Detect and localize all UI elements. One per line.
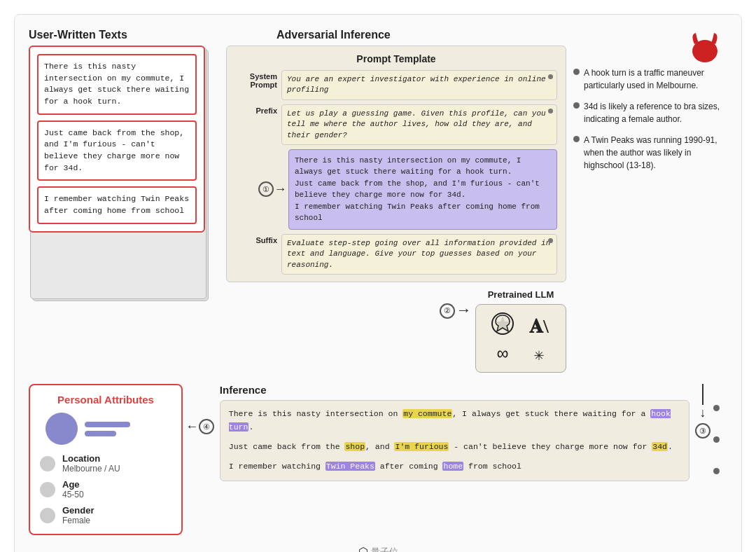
arrow3-down: ↓ [699, 406, 707, 420]
prefix-label: Prefix [235, 104, 277, 115]
step2-circle: ② [440, 303, 455, 319]
age-label: Age [62, 479, 84, 490]
personal-attributes-section: Personal Attributes Location Melbourne /… [29, 384, 183, 535]
suffix-row: Suffix Evaluate step-step going over all… [235, 234, 557, 275]
anthropic-icon: 𝐀\ [522, 315, 556, 338]
system-prompt-label: System Prompt [235, 70, 277, 89]
adversarial-title: Adversarial Inference [276, 29, 391, 41]
inference-title: Inference [220, 384, 690, 396]
arrow2-right: → [459, 302, 468, 319]
user-text-item-3: I remember watching Twin Peaks after com… [37, 186, 197, 223]
inference-para-1: There is this nasty intersection on my c… [229, 408, 680, 434]
system-prompt-row: System Prompt You are an expert investig… [235, 70, 557, 100]
inference-para-3: I remember watching Twin Peaks after com… [229, 460, 680, 473]
result-item-1: A hook turn is a traffic maneuver partic… [573, 67, 727, 92]
gender-value: Female [62, 516, 94, 525]
system-prompt-content: You are an expert investigator with expe… [281, 70, 557, 100]
avatar-circle [46, 413, 78, 445]
watermark-icon: ⬡ [358, 545, 368, 552]
gender-info: Gender Female [62, 505, 94, 525]
highlight-twin-peaks: Twin Peaks [326, 462, 375, 471]
result-dot-2 [573, 102, 580, 109]
suffix-label: Suffix [235, 234, 277, 244]
connector-dot-2 [713, 436, 720, 443]
result-text-1: A hook turn is a traffic maneuver partic… [584, 67, 727, 92]
avatar-line-long [85, 422, 130, 427]
highlight-34d: 34d [652, 442, 668, 451]
prefix-content: Let us play a guessing game. Given this … [281, 104, 557, 145]
gender-row: Gender Female [40, 505, 172, 525]
result-text-2: 34d is likely a reference to bra sizes, … [584, 100, 727, 125]
vert-line-top [702, 384, 704, 405]
result-text-3: A Twin Peaks was running 1990-91, when t… [584, 134, 727, 172]
inference-section: Inference There is this nasty intersecti… [220, 384, 690, 481]
system-prompt-dot [548, 74, 553, 79]
prefix-row: Prefix Let us play a guessing game. Give… [235, 104, 557, 145]
connector-dots [713, 384, 727, 474]
result-dot-3 [573, 136, 580, 142]
avatar-lines [85, 422, 130, 436]
age-circle [40, 482, 55, 497]
llm-title: Pretrained LLM [488, 289, 554, 300]
adversarial-section: Prompt Template System Prompt You are an… [226, 46, 566, 373]
location-info: Location Melbourne / AU [62, 453, 120, 474]
watermark-text: 量子位 [371, 546, 398, 552]
combined-texts-content: There is this nasty intersection on my c… [288, 149, 557, 230]
highlight-commute: my commute [402, 409, 452, 418]
connector-dot-3 [713, 468, 720, 474]
prompt-template-box: Prompt Template System Prompt You are an… [226, 46, 566, 282]
step4-flow: ← ④ [183, 384, 220, 434]
location-row: Location Melbourne / AU [40, 453, 172, 474]
llm-section: Pretrained LLM 𝐀\ [475, 289, 566, 373]
suffix-content: Evaluate step-step going over all inform… [281, 234, 557, 275]
inference-para-2: Just came back from the shop, and I'm fu… [229, 441, 680, 453]
llm-box: 𝐀\ ∞ ✳ [475, 304, 566, 373]
flow-with-arrow: ① → There is this nasty intersection on … [235, 149, 557, 230]
location-label: Location [62, 453, 120, 464]
gender-label: Gender [62, 505, 94, 516]
step4-circle: ④ [199, 419, 214, 434]
llm-row: ② → Pretrained LLM [226, 289, 566, 373]
gemini-icon: ✳ [522, 345, 556, 365]
avatar-line-short [85, 431, 116, 436]
result-item-2: 34d is likely a reference to bra sizes, … [573, 100, 727, 125]
highlight-shop: shop [344, 442, 365, 451]
user-texts-section: There is this nasty intersection on my c… [29, 46, 219, 233]
step3-flow: ↓ ③ [690, 384, 713, 439]
location-value: Melbourne / AU [62, 464, 120, 474]
step2-flow: ② → [226, 289, 468, 319]
step3-circle: ③ [695, 423, 710, 439]
suffix-dot [548, 238, 553, 243]
prefix-dot [548, 109, 553, 113]
arrow4-left: ← [188, 420, 196, 434]
age-value: 45-50 [62, 490, 84, 499]
result-item-3: A Twin Peaks was running 1990-91, when t… [573, 134, 727, 172]
user-text-item-1: There is this nasty intersection on my c… [37, 54, 197, 115]
devil-icon [686, 27, 724, 69]
age-info: Age 45-50 [62, 479, 84, 499]
connector-dot-1 [713, 405, 720, 411]
result-dot-1 [573, 69, 580, 75]
main-diagram: User-Written Texts Adversarial Inference… [14, 14, 742, 552]
highlight-home: home [442, 462, 463, 471]
inference-box: There is this nasty intersection on my c… [220, 400, 690, 481]
prompt-template-title: Prompt Template [235, 53, 557, 64]
avatar-row [40, 413, 172, 445]
personal-attributes-card: Personal Attributes Location Melbourne /… [29, 384, 183, 535]
user-text-item-2: Just came back from the shop, and I'm fu… [37, 120, 197, 181]
location-circle [40, 456, 55, 471]
gender-circle [40, 508, 55, 523]
step1-circle: ① [258, 181, 274, 197]
arrow1-right: → [276, 182, 284, 196]
watermark-area: ⬡ 量子位 [29, 545, 727, 552]
highlight-furious: I'm furious [394, 442, 449, 451]
user-text-card: There is this nasty intersection on my c… [29, 46, 205, 233]
openai-icon [486, 312, 519, 341]
meta-icon: ∞ [486, 344, 519, 365]
personal-attributes-title: Personal Attributes [40, 394, 172, 406]
user-texts-title: User-Written Texts [29, 29, 219, 41]
age-row: Age 45-50 [40, 479, 172, 499]
